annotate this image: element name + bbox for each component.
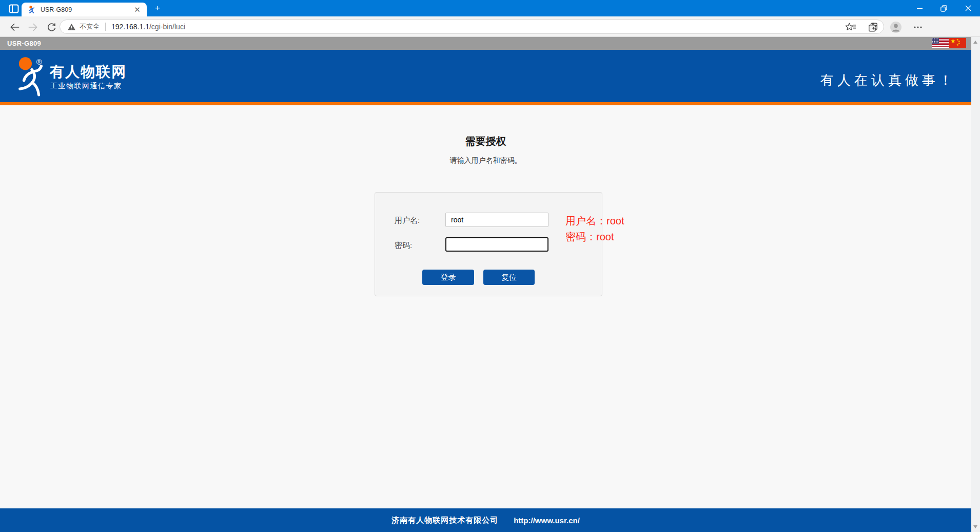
credentials-annotation: 用户名：root 密码：root bbox=[565, 213, 624, 245]
page-subtitle: 请输入用户名和密码。 bbox=[0, 156, 971, 165]
us-flag-canton bbox=[932, 38, 939, 44]
usr-favicon-icon bbox=[28, 5, 36, 14]
scroll-down-arrow-icon[interactable] bbox=[973, 525, 977, 528]
back-icon bbox=[9, 23, 20, 32]
url-host: 192.168.1.1 bbox=[111, 23, 149, 31]
security-indicator[interactable]: 不安全 bbox=[67, 22, 100, 31]
browser-tab[interactable]: USR-G809 ✕ bbox=[22, 3, 147, 16]
device-model-bar: USR-G809 ★ ★ ★ ★ ★ bbox=[0, 37, 971, 50]
annotation-password: 密码：root bbox=[565, 229, 624, 245]
usr-logo-icon: ® bbox=[17, 56, 47, 98]
url-text: 192.168.1.1/cgi-bin/luci bbox=[111, 23, 185, 31]
footer-website-link[interactable]: http://www.usr.cn/ bbox=[514, 516, 580, 525]
profile-avatar[interactable] bbox=[890, 21, 902, 33]
footer-company: 济南有人物联网技术有限公司 bbox=[391, 516, 498, 525]
tab-title: USR-G809 bbox=[41, 6, 133, 13]
browser-toolbar: 不安全 192.168.1.1/cgi-bin/luci bbox=[0, 16, 980, 37]
username-label: 用户名: bbox=[395, 216, 420, 225]
english-language-flag[interactable] bbox=[932, 38, 949, 48]
close-window-button[interactable] bbox=[956, 0, 980, 16]
tab-close-icon[interactable]: ✕ bbox=[133, 5, 142, 14]
vertical-scrollbar[interactable] bbox=[971, 37, 980, 532]
security-label: 不安全 bbox=[80, 22, 100, 31]
site-header: ® 有人物联网 工业物联网通信专家 有人在认真做事！ bbox=[0, 50, 971, 105]
address-bar[interactable]: 不安全 192.168.1.1/cgi-bin/luci bbox=[60, 20, 884, 34]
forward-icon bbox=[28, 23, 38, 32]
forward-button[interactable] bbox=[27, 21, 39, 33]
main-content: 需要授权 请输入用户名和密码。 用户名: 密码: 登录 复位 用户名：root … bbox=[0, 108, 971, 508]
password-input[interactable] bbox=[445, 237, 548, 252]
tab-actions-icon bbox=[9, 4, 19, 13]
usr-logo: ® bbox=[17, 56, 47, 98]
site-footer: 济南有人物联网技术有限公司 http://www.usr.cn/ bbox=[0, 508, 971, 532]
collections-icon[interactable] bbox=[868, 22, 878, 32]
browser-window: USR-G809 ✕ + bbox=[0, 0, 980, 532]
refresh-button[interactable] bbox=[45, 21, 57, 33]
close-icon bbox=[965, 5, 971, 11]
new-tab-button[interactable]: + bbox=[152, 4, 163, 13]
chinese-language-flag[interactable]: ★ ★ ★ ★ ★ bbox=[949, 38, 966, 48]
page-viewport: USR-G809 ★ ★ ★ ★ ★ ® bbox=[0, 37, 971, 532]
address-separator bbox=[105, 23, 106, 31]
brand-slogan: 工业物联网通信专家 bbox=[50, 82, 122, 91]
password-label: 密码: bbox=[395, 241, 412, 251]
back-button[interactable] bbox=[8, 21, 21, 33]
header-tagline: 有人在认真做事！ bbox=[820, 71, 956, 89]
cn-flag-star: ★ bbox=[950, 38, 956, 45]
menu-ellipsis-icon[interactable] bbox=[913, 23, 923, 32]
refresh-icon bbox=[47, 23, 56, 32]
reset-button[interactable]: 复位 bbox=[483, 270, 535, 285]
restore-icon bbox=[940, 5, 947, 12]
warning-icon bbox=[67, 23, 76, 31]
scroll-up-arrow-icon[interactable] bbox=[973, 41, 977, 44]
username-input[interactable] bbox=[445, 213, 548, 227]
url-path: /cgi-bin/luci bbox=[149, 23, 185, 31]
login-button[interactable]: 登录 bbox=[422, 270, 474, 285]
tab-actions-menu-button[interactable] bbox=[6, 3, 22, 14]
browser-titlebar: USR-G809 ✕ + bbox=[0, 0, 980, 16]
restore-button[interactable] bbox=[932, 0, 956, 16]
page-title: 需要授权 bbox=[0, 135, 971, 148]
annotation-username: 用户名：root bbox=[565, 213, 624, 229]
favorites-icon[interactable] bbox=[845, 22, 856, 32]
brand-name: 有人物联网 bbox=[50, 62, 127, 82]
device-model-label: USR-G809 bbox=[7, 40, 41, 47]
minimize-icon bbox=[917, 6, 923, 11]
minimize-button[interactable] bbox=[908, 0, 932, 16]
